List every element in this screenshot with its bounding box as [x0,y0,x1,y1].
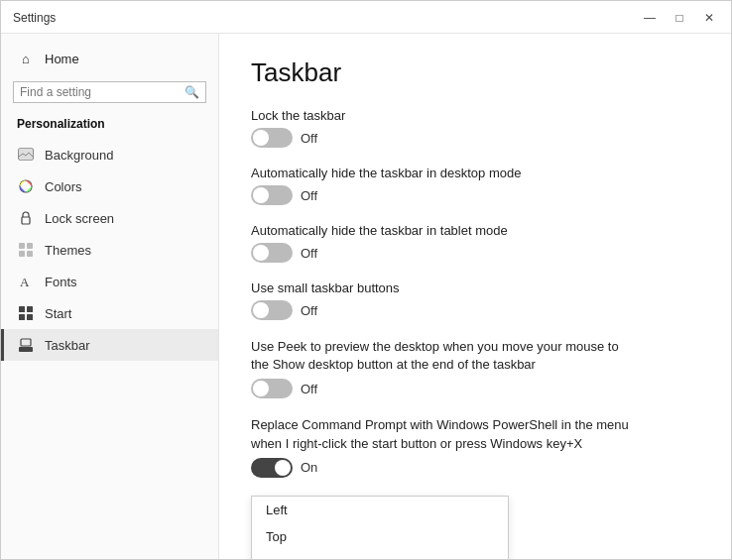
search-input[interactable] [20,85,184,99]
fonts-label: Fonts [45,275,77,289]
setting-powershell: Replace Command Prompt with Windows Powe… [251,416,699,477]
search-box[interactable]: 🔍 [13,81,206,103]
taskbar-location-dropdown-container: Left Top Right Bottom [251,496,699,559]
svg-rect-5 [27,243,33,249]
setting-peek: Use Peek to preview the desktop when you… [251,338,699,398]
start-label: Start [45,306,71,321]
start-icon [17,304,35,322]
window-title: Settings [13,11,56,25]
toggle-row-peek: Off [251,379,699,398]
toggle-text-lock-taskbar: Off [301,131,317,146]
toggle-text-auto-hide-desktop: Off [301,188,317,203]
themes-label: Themes [45,243,91,258]
home-label: Home [45,52,79,66]
dropdown-option-top[interactable]: Top [252,523,508,550]
lock-screen-label: Lock screen [45,211,114,226]
fonts-icon: A [17,273,35,290]
dropdown-option-left[interactable]: Left [252,497,508,523]
toggle-row-auto-hide-desktop: Off [251,185,699,205]
svg-rect-7 [27,251,33,257]
home-icon: ⌂ [17,50,35,67]
sidebar: ⌂ Home 🔍 Personalization Background Colo… [1,34,219,559]
toggle-text-peek: Off [301,382,317,396]
svg-rect-12 [27,314,33,320]
toggle-row-small-buttons: Off [251,300,699,320]
toggle-knob-small-buttons [253,302,269,318]
content-area: ⌂ Home 🔍 Personalization Background Colo… [1,34,731,559]
themes-icon [17,241,35,259]
svg-rect-6 [19,251,25,257]
toggle-knob-auto-hide-tablet [253,245,269,261]
dropdown-list: Left Top Right Bottom [251,496,509,559]
svg-rect-3 [22,217,30,224]
close-button[interactable]: ✕ [695,7,723,29]
setting-label-auto-hide-desktop: Automatically hide the taskbar in deskto… [251,166,699,180]
svg-rect-13 [19,347,33,352]
toggle-knob-auto-hide-desktop [253,187,269,203]
toggle-peek[interactable] [251,379,293,398]
toggle-lock-taskbar[interactable] [251,128,293,148]
toggle-row-auto-hide-tablet: Off [251,243,699,263]
toggle-powershell[interactable] [251,458,293,478]
setting-label-peek: Use Peek to preview the desktop when you… [251,338,638,374]
page-title: Taskbar [251,57,699,88]
toggle-small-buttons[interactable] [251,300,293,320]
setting-lock-taskbar: Lock the taskbar Off [251,108,699,148]
toggle-knob-powershell [275,460,291,476]
svg-rect-4 [19,243,25,249]
taskbar-label: Taskbar [45,338,90,353]
toggle-knob-lock-taskbar [253,130,269,146]
sidebar-item-fonts[interactable]: A Fonts [1,266,218,297]
toggle-auto-hide-desktop[interactable] [251,185,293,205]
setting-small-buttons: Use small taskbar buttons Off [251,280,699,320]
svg-rect-10 [27,306,33,312]
sidebar-item-background[interactable]: Background [1,139,218,170]
dropdown-option-right[interactable]: Right [252,550,508,559]
title-bar: Settings — □ ✕ [1,1,731,34]
sidebar-item-home[interactable]: ⌂ Home [1,42,218,75]
toggle-text-small-buttons: Off [301,303,317,318]
sidebar-item-colors[interactable]: Colors [1,170,218,202]
sidebar-item-start[interactable]: Start [1,297,218,329]
colors-icon [17,177,35,195]
settings-window: Settings — □ ✕ ⌂ Home 🔍 Personalization … [0,0,732,560]
sidebar-item-themes[interactable]: Themes [1,234,218,266]
colors-label: Colors [45,179,82,194]
svg-rect-11 [19,314,25,320]
setting-auto-hide-desktop: Automatically hide the taskbar in deskto… [251,166,699,205]
setting-auto-hide-tablet: Automatically hide the taskbar in tablet… [251,223,699,263]
setting-label-small-buttons: Use small taskbar buttons [251,280,699,295]
search-icon: 🔍 [184,85,199,99]
toggle-row-lock-taskbar: Off [251,128,699,148]
main-content: Taskbar Lock the taskbar Off Automatical… [219,34,731,559]
toggle-row-powershell: On [251,458,699,478]
toggle-knob-peek [253,381,269,396]
minimize-button[interactable]: — [636,7,664,29]
setting-label-powershell: Replace Command Prompt with Windows Powe… [251,416,638,452]
sidebar-item-taskbar[interactable]: Taskbar [1,329,218,361]
setting-label-lock-taskbar: Lock the taskbar [251,108,699,123]
section-label: Personalization [1,113,218,139]
toggle-text-auto-hide-tablet: Off [301,246,317,261]
window-controls: — □ ✕ [636,7,723,29]
setting-label-auto-hide-tablet: Automatically hide the taskbar in tablet… [251,223,699,238]
background-icon [17,146,35,164]
svg-text:A: A [20,275,30,289]
svg-rect-9 [19,306,25,312]
taskbar-icon [17,336,35,354]
maximize-button[interactable]: □ [666,7,693,29]
background-label: Background [45,148,113,163]
toggle-auto-hide-tablet[interactable] [251,243,293,263]
svg-rect-14 [21,339,31,346]
sidebar-item-lock-screen[interactable]: Lock screen [1,202,218,234]
lock-icon [17,209,35,227]
toggle-text-powershell: On [301,460,317,475]
